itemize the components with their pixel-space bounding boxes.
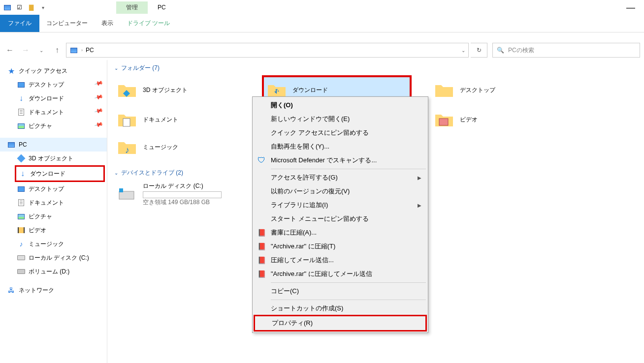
sidebar-pc-videos[interactable]: ビデオ: [0, 223, 107, 237]
sidebar-network[interactable]: 🖧 ネットワーク: [0, 283, 107, 297]
pin-icon: 📌: [94, 92, 107, 105]
folder-desktop[interactable]: デスクトップ: [431, 75, 520, 105]
nav-back-button[interactable]: ←: [3, 43, 17, 57]
menu-open[interactable]: 開く(O): [254, 98, 426, 112]
drive-local-disk-c[interactable]: ローカル ディスク (C:) 空き領域 149 GB/188 GB: [114, 180, 252, 209]
content-pane: ⌄ フォルダー (7) 3D オブジェクト ダウンロード デスクトップ ドキュメ…: [107, 60, 644, 363]
sidebar-item-label: ピクチャ: [29, 122, 52, 130]
search-input[interactable]: 🔍 PCの検索: [492, 43, 640, 58]
sidebar-pc[interactable]: PC: [0, 138, 107, 151]
sidebar-pc-volume[interactable]: ボリューム (D:): [0, 265, 107, 278]
music-icon: ♪: [17, 240, 26, 248]
sidebar-qa-desktop[interactable]: デスクトップ 📌: [0, 78, 107, 91]
breadcrumb-pc[interactable]: PC: [86, 47, 94, 54]
sidebar-pc-3d[interactable]: 3D オブジェクト: [0, 151, 107, 165]
menu-defender-scan[interactable]: 🛡 Microsoft Defender でスキャンする...: [254, 153, 426, 167]
ribbon-tabs: ファイル コンピューター 表示 ドライブ ツール: [0, 15, 644, 32]
folder-icon: [116, 109, 138, 130]
sidebar-qa-pictures[interactable]: ピクチャ 📌: [0, 119, 107, 133]
sidebar-pc-pictures[interactable]: ピクチャ: [0, 210, 107, 223]
address-bar[interactable]: › PC ⌄: [66, 43, 469, 58]
folder-music[interactable]: ♪ ミュージック: [114, 134, 242, 160]
item-label: ビデオ: [460, 116, 478, 124]
nav-up-button[interactable]: ↑: [50, 43, 64, 57]
menu-compress-rar[interactable]: 📕 "Archive.rar" に圧縮(T): [254, 240, 426, 253]
sidebar-item-label: PC: [19, 141, 27, 148]
explorer-icon: [3, 3, 12, 12]
menu-create-shortcut[interactable]: ショートカットの作成(S): [254, 302, 426, 315]
tab-file[interactable]: ファイル: [0, 15, 39, 32]
nav-forward-button[interactable]: →: [19, 43, 32, 57]
menu-autoplay[interactable]: 自動再生を開く(Y)...: [254, 140, 426, 153]
tab-computer[interactable]: コンピューター: [39, 15, 95, 32]
sidebar-pc-local-disk[interactable]: ローカル ディスク (C:): [0, 251, 107, 265]
menu-give-access[interactable]: アクセスを許可する(G) ▶: [254, 171, 426, 184]
drive-usage-bar: [143, 191, 222, 198]
chevron-down-icon: ⌄: [114, 65, 118, 71]
group-header-label: フォルダー (7): [121, 64, 160, 72]
menu-compress-rar-email[interactable]: 📕 "Archive.rar" に圧縮してメール送信: [254, 267, 426, 281]
sidebar-quick-access[interactable]: ★ クイック アクセス: [0, 64, 107, 78]
address-pc-icon: [69, 46, 78, 55]
menu-separator: [271, 300, 426, 300]
item-label: ダウンロード: [292, 86, 328, 94]
folder-documents[interactable]: ドキュメント: [114, 107, 242, 132]
document-icon: [17, 198, 26, 207]
nav-history-dropdown[interactable]: ⌄: [34, 43, 48, 57]
rar-icon: 📕: [257, 256, 266, 265]
menu-copy[interactable]: コピー(C): [254, 284, 426, 298]
sidebar-item-label: ダウンロード: [30, 170, 65, 178]
svg-rect-4: [119, 191, 134, 199]
sidebar-pc-desktop[interactable]: デスクトップ: [0, 182, 107, 196]
refresh-button[interactable]: ↻: [471, 43, 487, 58]
contextual-tab-label: 管理: [116, 1, 148, 14]
item-label: ドキュメント: [143, 116, 178, 124]
menu-compress-email[interactable]: 📕 圧縮してメール送信...: [254, 253, 426, 267]
menu-restore-previous[interactable]: 以前のバージョンの復元(V): [254, 184, 426, 198]
menu-open-new-window[interactable]: 新しいウィンドウで開く(E): [254, 112, 426, 126]
item-label: 3D オブジェクト: [143, 86, 188, 94]
drive-free-space: 空き領域 149 GB/188 GB: [143, 198, 222, 207]
download-icon: ↓: [17, 94, 26, 103]
sidebar-pc-documents[interactable]: ドキュメント: [0, 196, 107, 210]
sidebar-item-label: ドキュメント: [29, 108, 64, 117]
sidebar-item-label: ローカル ディスク (C:): [29, 254, 89, 262]
volume-icon: [17, 267, 26, 276]
download-icon: ↓: [18, 169, 27, 178]
pc-icon: [7, 140, 16, 149]
folder-3d-objects[interactable]: 3D オブジェクト: [114, 75, 242, 105]
group-header-label: デバイスとドライブ (2): [121, 169, 183, 177]
minimize-button[interactable]: —: [626, 5, 644, 10]
qat-new-folder-icon[interactable]: ▇: [27, 3, 35, 12]
svg-rect-1: [123, 119, 130, 126]
menu-properties[interactable]: プロパティ(R): [255, 316, 425, 330]
desktop-icon: [17, 184, 26, 193]
pin-icon: 📌: [94, 120, 107, 132]
address-dropdown-icon[interactable]: ⌄: [461, 48, 465, 53]
rar-icon: 📕: [257, 228, 266, 237]
chevron-right-icon[interactable]: ›: [81, 48, 83, 53]
tab-view[interactable]: 表示: [95, 15, 120, 32]
qat-properties-icon[interactable]: ☑: [15, 3, 24, 12]
rar-icon: 📕: [257, 270, 266, 278]
menu-pin-quick-access[interactable]: クイック アクセスにピン留めする: [254, 126, 426, 140]
menu-include-library[interactable]: ライブラリに追加(I) ▶: [254, 198, 426, 212]
search-icon: 🔍: [497, 47, 504, 54]
picture-icon: [17, 212, 26, 221]
sidebar-pc-downloads[interactable]: ↓ ダウンロード: [16, 167, 103, 181]
qat-dropdown-icon[interactable]: ▾: [38, 3, 47, 12]
svg-rect-5: [119, 188, 123, 192]
sidebar-qa-documents[interactable]: ドキュメント 📌: [0, 105, 107, 119]
sidebar-pc-music[interactable]: ♪ ミュージック: [0, 237, 107, 251]
menu-add-to-archive[interactable]: 📕 書庫に圧縮(A)...: [254, 226, 426, 240]
group-header-folders[interactable]: ⌄ フォルダー (7): [114, 64, 637, 72]
folder-icon: [116, 79, 138, 101]
title-bar: ☑ ▇ ▾ 管理 PC —: [0, 0, 644, 15]
sidebar-item-label: ミュージック: [29, 240, 64, 248]
menu-pin-start[interactable]: スタート メニューにピン留めする: [254, 212, 426, 226]
sidebar-qa-downloads[interactable]: ↓ ダウンロード 📌: [0, 91, 107, 105]
tab-drive-tools[interactable]: ドライブ ツール: [120, 15, 177, 32]
picture-icon: [17, 121, 26, 130]
sidebar-item-label: ピクチャ: [29, 212, 52, 221]
folder-videos[interactable]: ビデオ: [431, 107, 520, 132]
